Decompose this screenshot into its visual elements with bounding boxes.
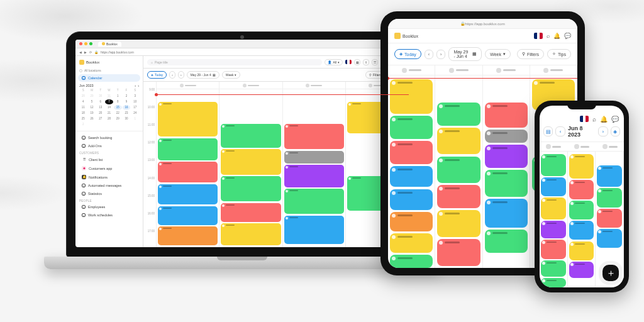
- booking-event[interactable]: [221, 223, 280, 245]
- booking-event[interactable]: [485, 170, 528, 197]
- calendar-view-icon[interactable]: ☷: [372, 59, 378, 65]
- booking-event[interactable]: [437, 128, 480, 155]
- booking-event[interactable]: [284, 189, 344, 214]
- mini-day[interactable]: 11: [79, 105, 87, 110]
- booking-event[interactable]: [437, 239, 480, 266]
- booking-event[interactable]: [158, 102, 218, 136]
- mini-day[interactable]: 10: [131, 99, 139, 104]
- browser-tab[interactable]: Booklux: [98, 42, 121, 47]
- booking-event[interactable]: [541, 197, 566, 219]
- mini-calendar[interactable]: SMTWTFS282930311234567891011121314151617…: [75, 88, 143, 129]
- search-icon[interactable]: ⌕: [547, 33, 550, 39]
- mini-day[interactable]: 6: [96, 99, 104, 104]
- booking-event[interactable]: [390, 233, 433, 253]
- booking-event[interactable]: [541, 177, 566, 196]
- mini-day[interactable]: 5: [88, 99, 96, 104]
- booking-event[interactable]: [158, 226, 218, 245]
- next-week-button[interactable]: ›: [178, 71, 184, 79]
- booking-event[interactable]: [541, 221, 566, 238]
- tablet-brand[interactable]: Booklux: [394, 33, 418, 39]
- date-range-button[interactable]: May 29 - Jun 4 ▦: [448, 47, 482, 61]
- prev-week-button[interactable]: ‹: [425, 50, 433, 59]
- menu-button[interactable]: ▤: [543, 126, 553, 136]
- chat-icon[interactable]: 💬: [564, 33, 571, 39]
- filters-button[interactable]: ⚲ Filters: [517, 49, 544, 59]
- booking-event[interactable]: [541, 154, 566, 176]
- add-booking-fab[interactable]: ＋: [602, 265, 619, 281]
- mini-day[interactable]: 16: [123, 105, 131, 110]
- booking-event[interactable]: [597, 209, 622, 228]
- phone-calendar-grid[interactable]: ＋: [540, 152, 624, 287]
- booking-event[interactable]: [284, 165, 344, 187]
- sidebar-item[interactable]: 🔔Notifications: [78, 173, 140, 181]
- mini-day[interactable]: 4: [79, 99, 87, 104]
- mini-day[interactable]: 20: [96, 111, 104, 116]
- flag-icon[interactable]: [534, 33, 543, 39]
- month-prev-icon[interactable]: ‹: [135, 84, 136, 87]
- nav-calendar[interactable]: ☷ Calendar: [78, 74, 140, 82]
- booking-event[interactable]: [221, 124, 280, 148]
- booking-event[interactable]: [541, 240, 566, 258]
- filter-all[interactable]: 👤 All ▾: [325, 59, 343, 65]
- mini-day[interactable]: 12: [88, 105, 96, 110]
- booking-event[interactable]: [221, 149, 280, 174]
- bell-icon[interactable]: 🔔: [553, 33, 560, 39]
- search-icon[interactable]: ⌕: [592, 116, 596, 123]
- mini-day[interactable]: 24: [131, 111, 139, 116]
- prev-day-button[interactable]: ‹: [555, 126, 565, 136]
- booking-event[interactable]: [597, 165, 622, 187]
- today-button[interactable]: ◈ Today: [147, 71, 167, 79]
- booking-event[interactable]: [597, 229, 622, 248]
- booking-event[interactable]: [485, 145, 528, 168]
- booking-event[interactable]: [221, 176, 280, 201]
- booking-event[interactable]: [437, 103, 480, 126]
- mini-day[interactable]: 21: [105, 111, 113, 116]
- flag-icon[interactable]: [580, 116, 589, 122]
- booking-event[interactable]: [437, 157, 480, 184]
- window-close-icon[interactable]: [79, 42, 82, 45]
- booking-event[interactable]: [158, 138, 218, 160]
- chat-icon[interactable]: 💬: [611, 116, 619, 123]
- url-bar[interactable]: ◀ ▶ ⟳ 🔒 https://app.booklux.com ⇪ ＋: [75, 48, 409, 56]
- forward-icon[interactable]: ▶: [84, 50, 87, 54]
- view-select[interactable]: Week ▾: [485, 49, 511, 59]
- mini-day[interactable]: 28: [105, 116, 113, 121]
- booking-event[interactable]: [569, 262, 594, 278]
- sidebar-item[interactable]: ○Automated messages: [78, 182, 140, 189]
- booking-event[interactable]: [541, 278, 566, 287]
- mini-day[interactable]: 25: [79, 116, 87, 121]
- booking-event[interactable]: [390, 141, 433, 164]
- mini-day[interactable]: 1: [114, 94, 122, 99]
- mini-day[interactable]: 3: [131, 94, 139, 99]
- mini-day[interactable]: 14: [105, 105, 113, 110]
- booking-event[interactable]: [485, 230, 528, 253]
- mini-day[interactable]: 23: [123, 111, 131, 116]
- prev-week-button[interactable]: ‹: [169, 71, 175, 79]
- booking-event[interactable]: [569, 201, 594, 219]
- booking-event[interactable]: [390, 255, 433, 268]
- booking-event[interactable]: [485, 199, 528, 228]
- location-selector[interactable]: All locations: [75, 67, 143, 74]
- tablet-url-bar[interactable]: 🔒 https://app.booklux.com: [388, 19, 577, 29]
- back-icon[interactable]: ◀: [79, 50, 82, 54]
- mini-day[interactable]: 19: [88, 111, 96, 116]
- mini-day[interactable]: 2: [123, 94, 131, 99]
- mini-day[interactable]: 27: [96, 116, 104, 121]
- flag-icon[interactable]: [345, 60, 352, 64]
- search-input[interactable]: ⌕ Page title: [147, 59, 322, 65]
- booking-event[interactable]: [284, 124, 344, 149]
- bell-icon[interactable]: 🔔: [600, 116, 608, 123]
- sidebar-item[interactable]: ○Add-Ons: [78, 142, 140, 150]
- mini-day[interactable]: 8: [114, 99, 122, 104]
- booking-event[interactable]: [569, 242, 594, 260]
- sidebar-item[interactable]: ○Employees: [78, 203, 140, 211]
- booking-event[interactable]: [485, 103, 528, 128]
- mini-day[interactable]: 22: [114, 111, 122, 116]
- window-min-icon[interactable]: [84, 42, 87, 45]
- sidebar-item[interactable]: ○Work schedules: [78, 211, 140, 219]
- mini-day[interactable]: 9: [123, 99, 131, 104]
- view-select[interactable]: Week ▾: [222, 71, 241, 79]
- mini-day[interactable]: 13: [96, 105, 104, 110]
- booking-event[interactable]: [221, 203, 280, 222]
- booking-event[interactable]: [569, 180, 594, 199]
